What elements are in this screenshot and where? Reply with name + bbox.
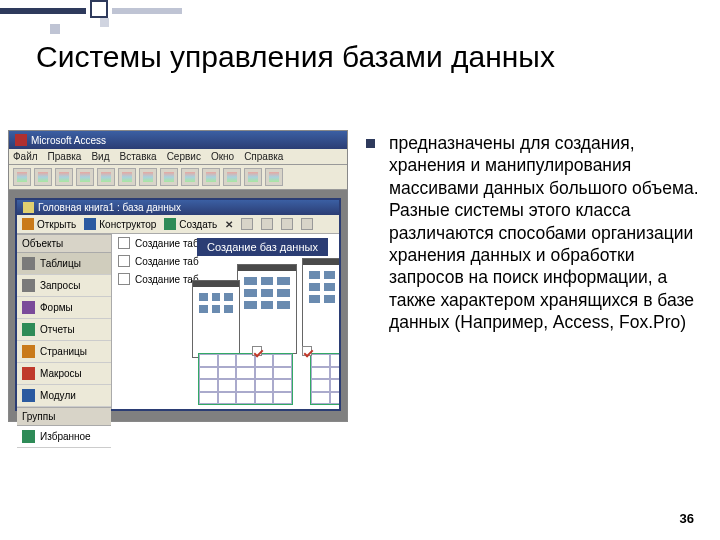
overlay-banner: Создание баз данных xyxy=(197,238,328,256)
toolbar-button[interactable] xyxy=(223,168,241,186)
page-number: 36 xyxy=(680,511,694,526)
sidebar-item-pages[interactable]: Страницы xyxy=(17,341,111,363)
toolbar-button[interactable] xyxy=(160,168,178,186)
menu-item[interactable]: Сервис xyxy=(167,151,201,162)
toolbar-button[interactable] xyxy=(76,168,94,186)
menubar: Файл Правка Вид Вставка Сервис Окно Спра… xyxy=(9,149,347,165)
sidebar-item-favorites[interactable]: Избранное xyxy=(17,426,111,448)
key-icon xyxy=(15,134,27,146)
db-window-titlebar: Головная книга1 : база данных xyxy=(17,200,339,215)
sidebar-header-objects: Объекты xyxy=(17,234,111,253)
toolbar-button[interactable] xyxy=(118,168,136,186)
toolbar-button[interactable] xyxy=(55,168,73,186)
objects-sidebar: Объекты Таблицы Запросы Формы Отчеты Стр… xyxy=(17,234,112,409)
main-toolbar xyxy=(9,165,347,190)
design-button[interactable]: Конструктор xyxy=(84,218,156,230)
mdi-workspace: Головная книга1 : база данных Открыть Ко… xyxy=(9,190,347,421)
toolbar-button[interactable] xyxy=(265,168,283,186)
toolbar-button[interactable] xyxy=(34,168,52,186)
db-window-title: Головная книга1 : база данных xyxy=(38,202,181,213)
bullet-column: предназначены для создания, хранения и м… xyxy=(366,130,704,422)
menu-item[interactable]: Правка xyxy=(48,151,82,162)
app-title: Microsoft Access xyxy=(31,135,106,146)
toolbar-button[interactable] xyxy=(97,168,115,186)
menu-item[interactable]: Вид xyxy=(91,151,109,162)
delete-icon[interactable]: ✕ xyxy=(225,219,233,230)
view-button[interactable] xyxy=(241,218,253,230)
sidebar-header-groups: Группы xyxy=(17,407,111,426)
menu-item[interactable]: Файл xyxy=(13,151,38,162)
slide-decoration xyxy=(0,0,140,30)
slide-title: Системы управления базами данных xyxy=(36,40,555,74)
toolbar-button[interactable] xyxy=(139,168,157,186)
menu-item[interactable]: Вставка xyxy=(119,151,156,162)
sidebar-item-modules[interactable]: Модули xyxy=(17,385,111,407)
db-main-area: Создание таб Создание таб Создание таб С… xyxy=(112,234,339,409)
bullet-marker-icon xyxy=(366,139,375,148)
database-window: Головная книга1 : база данных Открыть Ко… xyxy=(15,198,341,411)
sidebar-item-forms[interactable]: Формы xyxy=(17,297,111,319)
toolbar-button[interactable] xyxy=(244,168,262,186)
sidebar-item-reports[interactable]: Отчеты xyxy=(17,319,111,341)
clipart-illustration xyxy=(192,258,335,407)
sidebar-item-queries[interactable]: Запросы xyxy=(17,275,111,297)
app-titlebar: Microsoft Access xyxy=(9,131,347,149)
toolbar-button[interactable] xyxy=(13,168,31,186)
open-button[interactable]: Открыть xyxy=(22,218,76,230)
menu-item[interactable]: Окно xyxy=(211,151,234,162)
view-button[interactable] xyxy=(281,218,293,230)
view-button[interactable] xyxy=(261,218,273,230)
view-button[interactable] xyxy=(301,218,313,230)
db-icon xyxy=(23,202,34,213)
sidebar-item-macros[interactable]: Макросы xyxy=(17,363,111,385)
access-screenshot: Microsoft Access Файл Правка Вид Вставка… xyxy=(8,130,348,422)
toolbar-button[interactable] xyxy=(202,168,220,186)
bullet-text: предназначены для создания, хранения и м… xyxy=(389,132,704,334)
sidebar-item-tables[interactable]: Таблицы xyxy=(17,253,111,275)
toolbar-button[interactable] xyxy=(181,168,199,186)
menu-item[interactable]: Справка xyxy=(244,151,283,162)
create-button[interactable]: Создать xyxy=(164,218,217,230)
db-toolbar: Открыть Конструктор Создать ✕ xyxy=(17,215,339,234)
